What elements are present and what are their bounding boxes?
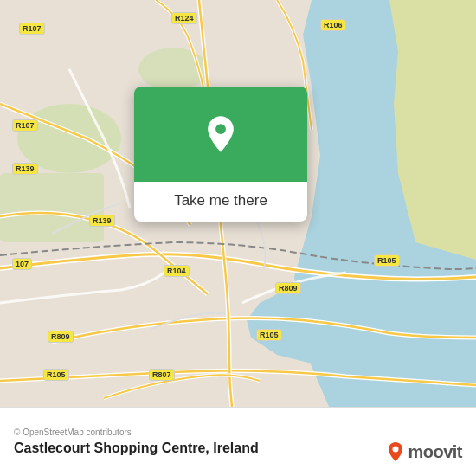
moovit-logo: moovit bbox=[387, 441, 462, 462]
moovit-text: moovit bbox=[408, 442, 462, 462]
road-badge-r809-1: R809 bbox=[275, 282, 301, 294]
svg-point-7 bbox=[215, 124, 226, 134]
svg-rect-5 bbox=[0, 173, 104, 242]
map-container: R107 R124 R106 R107 R139 R139 R104 R809 … bbox=[0, 0, 476, 407]
road-badge-107: 107 bbox=[12, 258, 32, 270]
road-badge-r807: R807 bbox=[149, 369, 175, 381]
road-badge-r124: R124 bbox=[171, 12, 197, 24]
attribution-text: © OpenStreetMap contributors bbox=[14, 428, 462, 437]
road-badge-r809-2: R809 bbox=[48, 331, 74, 343]
road-badge-r139-2: R139 bbox=[89, 215, 115, 227]
road-badge-r105-2: R105 bbox=[43, 369, 69, 381]
location-pin-icon bbox=[202, 115, 240, 153]
road-badge-r104: R104 bbox=[164, 265, 190, 277]
svg-point-8 bbox=[393, 447, 399, 453]
road-badge-r107-1: R107 bbox=[19, 23, 45, 35]
footer: © OpenStreetMap contributors Castlecourt… bbox=[0, 407, 476, 476]
moovit-pin-icon bbox=[387, 441, 404, 462]
take-me-there-button[interactable]: Take me there bbox=[174, 192, 267, 209]
road-badge-r139-1: R139 bbox=[12, 163, 38, 175]
road-badge-r107-2: R107 bbox=[12, 119, 38, 132]
popup-card-green-area bbox=[134, 87, 307, 182]
popup-card[interactable]: Take me there bbox=[134, 87, 307, 222]
road-badge-r106: R106 bbox=[320, 19, 346, 31]
road-badge-r105-3: R105 bbox=[256, 329, 282, 341]
popup-card-label-area[interactable]: Take me there bbox=[134, 182, 307, 222]
road-badge-r105-1: R105 bbox=[374, 254, 400, 267]
